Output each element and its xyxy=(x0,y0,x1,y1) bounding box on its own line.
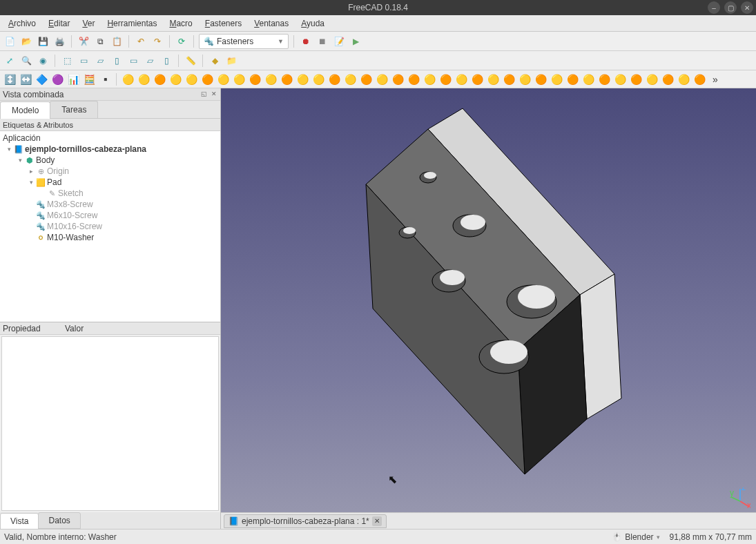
menu-fasteners[interactable]: Fasteners xyxy=(200,17,247,30)
tree-body[interactable]: ▾⬢Body xyxy=(0,155,220,166)
panel-close-button[interactable]: ✕ xyxy=(209,89,219,99)
new-doc-button[interactable]: 📄 xyxy=(3,35,17,48)
left-view-button[interactable]: ▯ xyxy=(159,54,173,68)
screw-37-icon[interactable]: 🟠 xyxy=(692,72,706,86)
tab-view[interactable]: Vista xyxy=(0,513,39,529)
screw-14-icon[interactable]: 🟠 xyxy=(327,72,341,86)
screw-23-icon[interactable]: 🟠 xyxy=(470,72,484,86)
tree-document[interactable]: ▾📘ejemplo-tornillos-cabeza-plana xyxy=(0,144,220,155)
screw-32-icon[interactable]: 🟡 xyxy=(613,72,627,86)
screw-7-icon[interactable]: 🟡 xyxy=(216,72,230,86)
screw-22-icon[interactable]: 🟡 xyxy=(454,72,468,86)
document-tab[interactable]: 📘 ejemplo-tornillos-cabeza-plana : 1* ✕ xyxy=(224,514,387,528)
screw-28-icon[interactable]: 🟡 xyxy=(550,72,563,86)
screw-12-icon[interactable]: 🟡 xyxy=(295,72,309,86)
screw-8-icon[interactable]: 🟡 xyxy=(232,72,246,86)
macro-record-button[interactable]: ⏺ xyxy=(299,35,313,48)
measure-button[interactable]: 📏 xyxy=(184,54,197,68)
menu-macro[interactable]: Macro xyxy=(164,17,197,30)
screw-35-icon[interactable]: 🟠 xyxy=(661,72,675,86)
model-tree[interactable]: Aplicación ▾📘ejemplo-tornillos-cabeza-pl… xyxy=(0,131,220,322)
screw-16-icon[interactable]: 🟠 xyxy=(359,72,373,86)
tree-washer[interactable]: ⭘M10-Washer xyxy=(0,232,220,243)
rear-view-button[interactable]: ▭ xyxy=(126,54,140,68)
screw-11-icon[interactable]: 🟠 xyxy=(280,72,293,86)
tree-pad[interactable]: ▾🟨Pad xyxy=(0,177,220,188)
screw-15-icon[interactable]: 🟡 xyxy=(343,72,357,86)
fastener-chamfer-button[interactable]: ▪️ xyxy=(98,72,112,86)
screw-33-icon[interactable]: 🟠 xyxy=(629,72,643,86)
tab-model[interactable]: Modelo xyxy=(0,101,50,119)
screw-30-icon[interactable]: 🟡 xyxy=(581,72,595,86)
screw-34-icon[interactable]: 🟡 xyxy=(645,72,659,86)
iso-view-button[interactable]: ⬚ xyxy=(60,54,74,68)
refresh-button[interactable]: ⟳ xyxy=(175,35,188,48)
screw-6-icon[interactable]: 🟠 xyxy=(200,72,214,86)
screw-17-icon[interactable]: 🟡 xyxy=(375,72,389,86)
menu-herramientas[interactable]: Herramientas xyxy=(101,17,162,30)
property-body[interactable] xyxy=(1,336,219,511)
tree-screw-2[interactable]: 🔩M10x16-Screw xyxy=(0,221,220,232)
macro-stop-button[interactable]: ⏹ xyxy=(316,35,329,48)
draw-style-button[interactable]: ◉ xyxy=(36,54,50,68)
window-maximize-button[interactable]: ▢ xyxy=(724,1,737,14)
3d-viewport[interactable]: z x y ⬉ 📘 ejemplo-tornillos-cabeza-plana… xyxy=(221,88,756,529)
screw-more-icon[interactable]: » xyxy=(708,72,722,86)
tab-data[interactable]: Datos xyxy=(38,512,80,529)
screw-29-icon[interactable]: 🟠 xyxy=(565,72,579,86)
navigation-style[interactable]: 🖱️ Blender ▾ xyxy=(612,532,659,542)
screw-3-icon[interactable]: 🟠 xyxy=(153,72,166,86)
tree-screw-1[interactable]: 🔩M6x10-Screw xyxy=(0,210,220,221)
group-icon[interactable]: 📁 xyxy=(224,54,238,68)
copy-button[interactable]: ⧉ xyxy=(93,35,107,48)
screw-18-icon[interactable]: 🟠 xyxy=(391,72,405,86)
tree-origin[interactable]: ▸⊕Origin xyxy=(0,166,220,177)
right-view-button[interactable]: ▯ xyxy=(110,54,124,68)
menu-ventanas[interactable]: Ventanas xyxy=(249,17,294,30)
workbench-selector[interactable]: 🔩 Fasteners ▼ xyxy=(199,34,289,49)
tab-tasks[interactable]: Tareas xyxy=(50,101,98,118)
screw-21-icon[interactable]: 🟠 xyxy=(438,72,452,86)
screw-26-icon[interactable]: 🟡 xyxy=(518,72,532,86)
fastener-flip-button[interactable]: ↕️ xyxy=(3,72,17,86)
print-button[interactable]: 🖨️ xyxy=(52,35,66,48)
tree-sketch[interactable]: ✎Sketch xyxy=(0,188,220,199)
bottom-view-button[interactable]: ▱ xyxy=(143,54,157,68)
fit-selection-button[interactable]: 🔍 xyxy=(19,54,33,68)
fastener-bom-button[interactable]: 📊 xyxy=(66,72,80,86)
screw-20-icon[interactable]: 🟡 xyxy=(423,72,436,86)
part-icon[interactable]: ◆ xyxy=(208,54,222,68)
fastener-match-button[interactable]: 🟣 xyxy=(50,72,64,86)
screw-24-icon[interactable]: 🟡 xyxy=(486,72,500,86)
paste-button[interactable]: 📋 xyxy=(110,35,124,48)
save-doc-button[interactable]: 💾 xyxy=(36,35,50,48)
fit-all-button[interactable]: ⤢ xyxy=(3,54,17,68)
macro-edit-button[interactable]: 📝 xyxy=(332,35,346,48)
tree-root[interactable]: Aplicación xyxy=(0,133,220,144)
menu-archivo[interactable]: Archivo xyxy=(3,17,41,30)
screw-36-icon[interactable]: 🟡 xyxy=(677,72,690,86)
document-tab-close[interactable]: ✕ xyxy=(372,516,382,526)
window-close-button[interactable]: ✕ xyxy=(741,1,753,14)
undo-button[interactable]: ↶ xyxy=(134,35,148,48)
screw-5-icon[interactable]: 🟡 xyxy=(184,72,198,86)
top-view-button[interactable]: ▱ xyxy=(93,54,107,68)
screw-19-icon[interactable]: 🟠 xyxy=(407,72,420,86)
screw-9-icon[interactable]: 🟠 xyxy=(248,72,262,86)
cut-button[interactable]: ✂️ xyxy=(77,35,90,48)
open-doc-button[interactable]: 📂 xyxy=(19,35,33,48)
tree-screw-0[interactable]: 🔩M3x8-Screw xyxy=(0,199,220,210)
fastener-move-button[interactable]: ↔️ xyxy=(19,72,32,86)
menu-ayuda[interactable]: Ayuda xyxy=(295,17,330,30)
screw-31-icon[interactable]: 🟠 xyxy=(597,72,611,86)
menu-ver[interactable]: Ver xyxy=(77,17,100,30)
screw-2-icon[interactable]: 🟡 xyxy=(137,72,151,86)
fastener-shape-button[interactable]: 🔷 xyxy=(35,72,48,86)
window-minimize-button[interactable]: – xyxy=(708,1,720,14)
front-view-button[interactable]: ▭ xyxy=(77,54,90,68)
screw-1-icon[interactable]: 🟡 xyxy=(121,72,135,86)
macro-play-button[interactable]: ▶ xyxy=(349,35,362,48)
screw-27-icon[interactable]: 🟠 xyxy=(534,72,547,86)
axis-gizmo[interactable]: z x y xyxy=(730,487,750,508)
fastener-calc-button[interactable]: 🧮 xyxy=(82,72,96,86)
